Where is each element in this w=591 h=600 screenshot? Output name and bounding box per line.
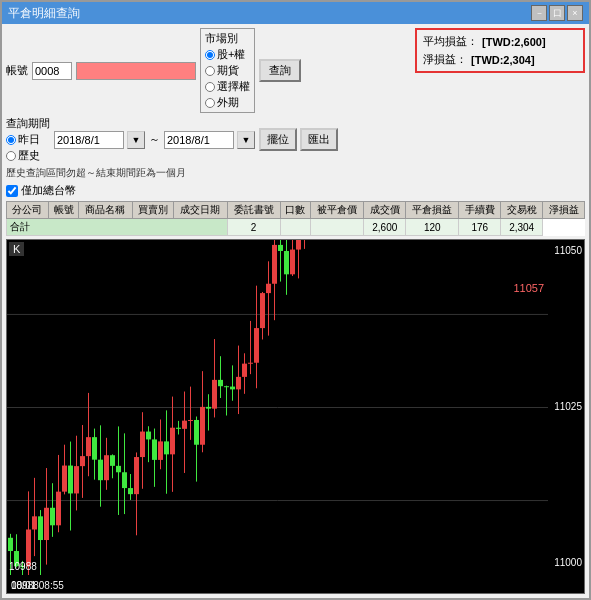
radio-today-input[interactable] [6, 135, 16, 145]
summary-pnl: 2,600 [364, 219, 406, 236]
col-fee: 手續費 [459, 202, 501, 219]
col-account: 帳號 [48, 202, 79, 219]
date-type-group: 查詢期間 昨日 歷史 [6, 116, 50, 163]
gross-pnl-row: 平均損益： [TWD:2,600] [423, 34, 577, 49]
summary-net: 2,304 [501, 219, 543, 236]
date-to-picker[interactable]: ▼ [237, 131, 255, 149]
net-pnl-value: [TWD:2,304] [471, 54, 535, 66]
col-pnl: 平倉損益 [406, 202, 459, 219]
summary-trade-price [311, 219, 364, 236]
col-side: 買賣別 [132, 202, 174, 219]
radio-today-row: 昨日 [6, 132, 50, 147]
total-twd-checkbox[interactable] [6, 185, 18, 197]
net-pnl-label: 淨損益： [423, 52, 467, 67]
price-tick-11050: 11050 [548, 245, 582, 256]
price-axis: 11050 11025 11000 [546, 240, 584, 573]
chart-area[interactable]: K 11057 11050 11025 11000 08/01 08:55 10… [6, 239, 585, 594]
col-name: 商品名稱 [79, 202, 132, 219]
radio-stock: 股+權 [205, 47, 250, 62]
data-table: 分公司 帳號 商品名稱 買賣別 成交日期 委託書號 口數 被平倉價 成交價 平倉… [6, 201, 585, 236]
export-button[interactable]: 匯出 [300, 128, 338, 151]
total-twd-label: 僅加總台幣 [21, 183, 76, 198]
col-close-price: 被平倉價 [311, 202, 364, 219]
radio-stock-input[interactable] [205, 50, 215, 60]
account-label: 帳號 [6, 63, 28, 78]
date-to-input[interactable] [164, 131, 234, 149]
date-from-input[interactable] [54, 131, 124, 149]
radio-foreign-label: 外期 [217, 95, 239, 110]
summary-fee: 120 [406, 219, 459, 236]
radio-options-label: 選擇權 [217, 79, 250, 94]
window-title: 平倉明細查詢 [8, 5, 80, 22]
hint-text: 歷史查詢區間勿超～結束期間距為一個月 [6, 166, 186, 180]
date-from-row: ▼ [54, 131, 145, 149]
left-panel: 帳號 市場別 股+權 期貨 [6, 28, 411, 198]
action-buttons: 擺位 匯出 [259, 128, 338, 151]
query-button[interactable]: 查詢 [259, 59, 301, 82]
title-bar: 平倉明細查詢 － 口 × [2, 2, 589, 24]
radio-today-label: 昨日 [18, 132, 40, 147]
top-section: 帳號 市場別 股+權 期貨 [6, 28, 585, 198]
price-label-10988: 10988 [11, 580, 39, 591]
col-trade-price: 成交價 [364, 202, 406, 219]
date-period-row: 查詢期間 昨日 歷史 ▼ ～ [6, 116, 411, 163]
date-from-picker[interactable]: ▼ [127, 131, 145, 149]
col-net: 淨損益 [543, 202, 585, 219]
main-window: 平倉明細查詢 － 口 × 帳號 市場別 股+權 [0, 0, 591, 600]
summary-qty: 2 [227, 219, 280, 236]
radio-futures: 期貨 [205, 63, 250, 78]
radio-stock-label: 股+權 [217, 47, 245, 62]
radio-history-label: 歷史 [18, 148, 40, 163]
col-branch: 分公司 [7, 202, 49, 219]
price-tick-11000: 11000 [548, 557, 582, 568]
checkbox-row: 僅加總台幣 [6, 183, 411, 198]
chart-k-label: K [9, 242, 24, 256]
code-input[interactable] [76, 62, 196, 80]
currency-group: 市場別 股+權 期貨 選擇權 [200, 28, 255, 113]
table-section: 分公司 帳號 商品名稱 買賣別 成交日期 委託書號 口數 被平倉價 成交價 平倉… [6, 201, 585, 236]
gross-pnl-value: [TWD:2,600] [482, 36, 546, 48]
minimize-button[interactable]: － [531, 5, 547, 21]
radio-options-input[interactable] [205, 82, 215, 92]
price-tick-11025: 11025 [548, 401, 582, 412]
time-axis: 08/01 08:55 10988 [7, 575, 546, 593]
account-input[interactable] [32, 62, 72, 80]
radio-foreign: 外期 [205, 95, 250, 110]
col-order-no: 委託書號 [227, 202, 280, 219]
net-pnl-row: 淨損益： [TWD:2,304] [423, 52, 577, 67]
summary-tax: 176 [459, 219, 501, 236]
hint-row: 歷史查詢區間勿超～結束期間距為一個月 [6, 166, 411, 180]
summary-label: 合計 [7, 219, 228, 236]
radio-history-row: 歷史 [6, 148, 50, 163]
date-separator: ～ [149, 132, 160, 147]
col-date: 成交日期 [174, 202, 227, 219]
radio-futures-label: 期貨 [217, 63, 239, 78]
candle-chart [7, 240, 548, 575]
currency-label: 市場別 [205, 31, 250, 46]
radio-options: 選擇權 [205, 79, 250, 94]
radio-futures-input[interactable] [205, 66, 215, 76]
summary-close-price [280, 219, 311, 236]
position-button[interactable]: 擺位 [259, 128, 297, 151]
col-qty: 口數 [280, 202, 311, 219]
close-button[interactable]: × [567, 5, 583, 21]
date-period-label: 查詢期間 [6, 116, 50, 131]
account-row: 帳號 市場別 股+權 期貨 [6, 28, 411, 113]
pnl-panel: 平均損益： [TWD:2,600] 淨損益： [TWD:2,304] [415, 28, 585, 73]
date-to-row: ▼ [164, 131, 255, 149]
maximize-button[interactable]: 口 [549, 5, 565, 21]
content-area: 帳號 市場別 股+權 期貨 [2, 24, 589, 598]
col-tax: 交易稅 [501, 202, 543, 219]
title-bar-buttons: － 口 × [531, 5, 583, 21]
radio-foreign-input[interactable] [205, 98, 215, 108]
price-label-11057: 11057 [513, 282, 544, 294]
radio-history-input[interactable] [6, 151, 16, 161]
gross-pnl-label: 平均損益： [423, 34, 478, 49]
summary-row: 合計 2 2,600 120 176 2,304 [7, 219, 585, 236]
